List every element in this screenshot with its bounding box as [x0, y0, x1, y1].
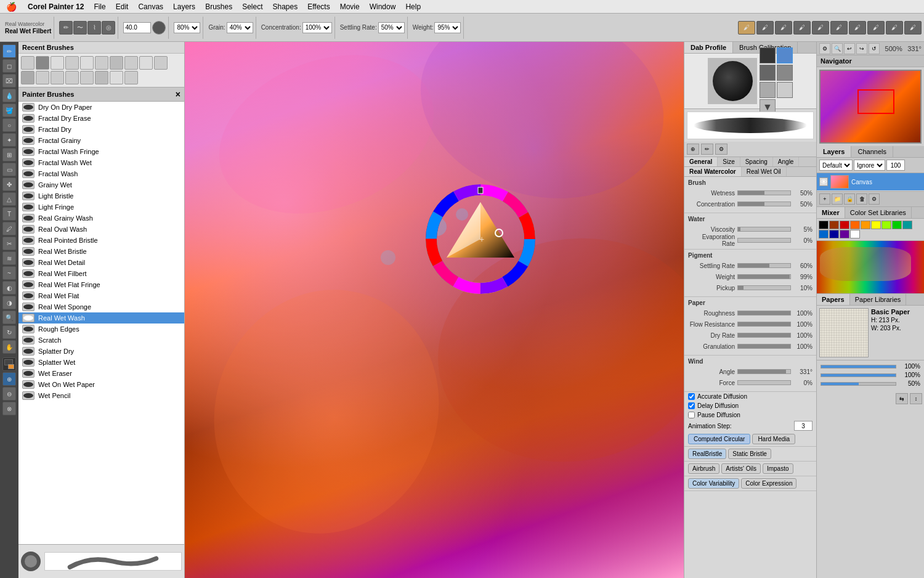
static-bristle-btn[interactable]: Static Bristle — [728, 449, 771, 459]
weight-prop-slider[interactable] — [737, 274, 791, 279]
nav-icon-2[interactable]: 🔍 — [832, 43, 843, 54]
brush-list-item[interactable]: Light Bristle — [18, 190, 184, 201]
recent-brush-6[interactable] — [95, 56, 108, 70]
recent-brush-7[interactable] — [110, 56, 123, 70]
tab-channels[interactable]: Channels — [851, 146, 893, 157]
flow-slider[interactable] — [737, 322, 791, 327]
blend-mode-select[interactable]: Default — [819, 160, 853, 171]
dab-thumb-2[interactable] — [777, 47, 793, 63]
brush-list-item[interactable]: Scratch — [18, 335, 184, 346]
brush-tool-btn[interactable]: ✏ — [2, 44, 16, 58]
brush-preset-2[interactable]: 🖌 — [756, 21, 774, 35]
swatch-lime[interactable] — [881, 221, 891, 229]
panel-icon-3[interactable]: ⚙ — [715, 144, 727, 155]
move-tool-btn[interactable]: ✤ — [2, 177, 16, 191]
dab-thumb-3[interactable] — [760, 65, 776, 81]
menu-movie[interactable]: Movie — [335, 1, 365, 12]
recent-brush-4[interactable] — [65, 56, 79, 70]
brush-list-item[interactable]: Real Grainy Wash — [18, 213, 184, 224]
brush-preset-4[interactable]: 🖌 — [793, 21, 811, 35]
recent-brush-10[interactable] — [154, 56, 168, 70]
paper-thumbnail[interactable] — [819, 308, 869, 357]
layers-lock-icon[interactable]: 🔒 — [844, 193, 855, 205]
extra-tool-2[interactable]: ⊗ — [2, 402, 16, 415]
brush-preset-1[interactable]: 🖌 — [738, 21, 755, 35]
tab-papers[interactable]: Papers — [817, 294, 850, 305]
brush-list-item[interactable]: Wet Pencil — [18, 390, 184, 401]
brush-list-item[interactable]: Fractal Dry Erase — [18, 113, 184, 124]
menu-file[interactable]: File — [89, 1, 110, 12]
layers-add-icon[interactable]: + — [819, 193, 830, 205]
color-variability-btn[interactable]: Color Variability — [688, 478, 739, 489]
impasto-btn[interactable]: Impasto — [763, 463, 793, 474]
eraser-tool-btn[interactable]: ◻ — [2, 59, 16, 73]
dab-thumb-4[interactable] — [777, 65, 793, 81]
rubber-stamp-btn[interactable]: ⊕ — [2, 372, 16, 386]
brush-preset-10[interactable]: 🖌 — [904, 21, 922, 35]
swatch-yellow[interactable] — [871, 221, 881, 229]
nav-icon-1[interactable]: ⚙ — [819, 43, 830, 54]
dab-thumb-6[interactable] — [777, 82, 793, 98]
swatch-black[interactable] — [819, 221, 829, 229]
nav-icon-3[interactable]: ↩ — [844, 43, 855, 54]
crop-tool-btn[interactable]: ⊞ — [2, 148, 16, 161]
brush-list-item[interactable]: Real Wet Detail — [18, 257, 184, 268]
recent-brush-2[interactable] — [36, 56, 49, 70]
brush-list-item[interactable]: Real Wet Wash — [18, 312, 184, 324]
brush-list-item[interactable]: Grainy Wet — [18, 179, 184, 190]
tool-icon-1[interactable]: ✏ — [59, 21, 73, 35]
brush-list-item[interactable]: Real Oval Wash — [18, 224, 184, 235]
force-slider[interactable] — [737, 380, 791, 385]
swatch-yellow-orange[interactable] — [861, 221, 870, 229]
swatch-navy[interactable] — [829, 230, 839, 238]
brush-list-item[interactable]: Real Wet Filbert — [18, 268, 184, 279]
settling-slider[interactable] — [737, 263, 791, 268]
airbrush-btn[interactable]: Airbrush — [688, 463, 719, 474]
weight-select[interactable]: 95% — [434, 22, 461, 33]
artists-oils-btn[interactable]: Artists' Oils — [721, 463, 761, 474]
opacity-select[interactable]: 80% — [174, 22, 200, 33]
brush-preset-6[interactable]: 🖌 — [830, 21, 848, 35]
brush-list[interactable]: Dry On Dry PaperFractal Dry EraseFractal… — [18, 102, 184, 544]
brush-list-item[interactable]: Real Wet Bristle — [18, 246, 184, 257]
delay-diffusion-check[interactable] — [688, 402, 695, 409]
tab-layers[interactable]: Layers — [817, 146, 851, 157]
burn-tool-btn[interactable]: ◑ — [2, 296, 16, 309]
shape-tool-btn[interactable]: △ — [2, 192, 16, 206]
tool-icon-3[interactable]: ⌇ — [87, 21, 101, 35]
concentration-select[interactable]: 100% — [302, 22, 332, 33]
animation-step-input[interactable] — [794, 421, 813, 431]
hand-tool-btn[interactable]: ✋ — [2, 340, 16, 354]
recent-brush-16[interactable] — [95, 71, 108, 84]
tab-color-set[interactable]: Color Set Libraries — [845, 207, 912, 218]
dry-rate-slider[interactable] — [737, 333, 791, 338]
recent-brush-15[interactable] — [80, 71, 94, 84]
swatch-white[interactable] — [850, 230, 860, 238]
brush-list-item[interactable]: Fractal Wash Fringe — [18, 146, 184, 157]
menu-brushes[interactable]: Brushes — [200, 1, 237, 12]
navigator-image[interactable] — [819, 70, 922, 144]
recent-brush-8[interactable] — [124, 56, 138, 70]
extra-tool-1[interactable]: ⊖ — [2, 387, 16, 401]
accurate-diffusion-check[interactable] — [688, 393, 695, 400]
magnifier-btn[interactable]: 🔍 — [2, 311, 16, 324]
nav-icon-4[interactable]: ↪ — [856, 43, 867, 54]
paper-slider-1[interactable] — [821, 365, 896, 368]
menu-shapes[interactable]: Shapes — [268, 1, 303, 12]
brush-list-item[interactable]: Fractal Wash — [18, 168, 184, 179]
real-bristle-btn[interactable]: RealBristle — [688, 449, 726, 459]
brush-preset-7[interactable]: 🖌 — [849, 21, 866, 35]
pen-tool-btn[interactable]: 🖊 — [2, 222, 16, 235]
color-wheel[interactable]: + — [425, 184, 536, 295]
recent-brush-18[interactable] — [124, 71, 138, 84]
sub-tab-spacing[interactable]: Spacing — [740, 157, 773, 166]
layers-group-icon[interactable]: 📁 — [832, 193, 843, 205]
close-panel-icon[interactable]: × — [176, 89, 180, 99]
granulation-slider[interactable] — [737, 344, 791, 349]
dab-thumb-1[interactable] — [760, 47, 776, 63]
recent-brush-13[interactable] — [51, 71, 64, 84]
magic-wand-btn[interactable]: ✦ — [2, 133, 16, 147]
tab-paper-libraries[interactable]: Paper Libraries — [850, 294, 907, 305]
layers-delete-icon[interactable]: 🗑 — [856, 193, 867, 205]
recent-brush-9[interactable] — [139, 56, 153, 70]
